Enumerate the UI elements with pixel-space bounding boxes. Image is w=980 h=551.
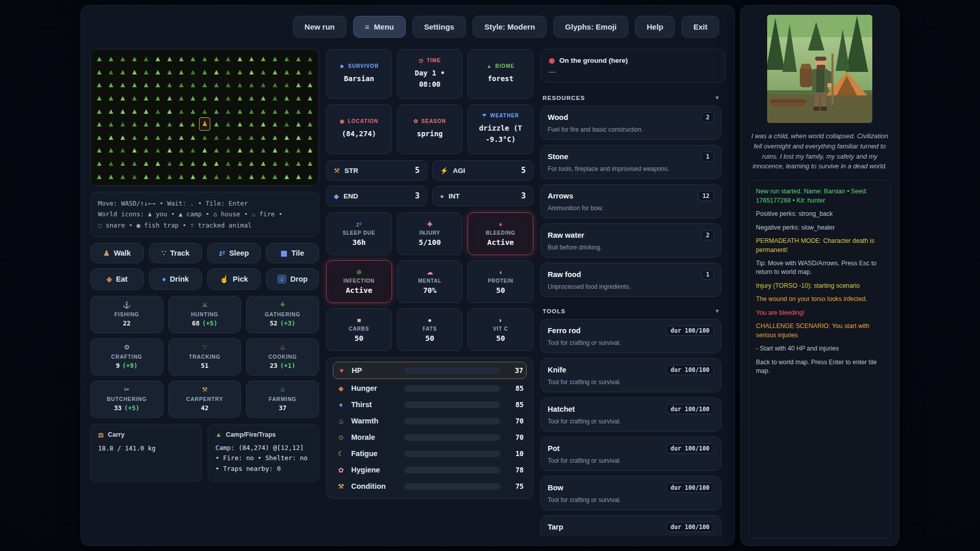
protein-card: ◖ PROTEIN 50 [468, 260, 533, 303]
event-log: New run started. Name: Barsian • Seed: 1… [749, 180, 891, 538]
hunting-icon: ⚔ [202, 302, 208, 309]
camp-title: Camp/Fire/Traps [226, 431, 276, 438]
resource-raw-food[interactable]: Raw food 1 Unprocessed food ingredients. [541, 263, 721, 297]
tool-pot[interactable]: Pot dur 100/100 Tool for crafting or sur… [541, 437, 721, 471]
pick-button[interactable]: ☝ Pick [207, 268, 261, 290]
tree-tile: ▲ [269, 143, 281, 157]
tree-tile: ▲ [234, 169, 246, 183]
track-button[interactable]: ∵ Track [149, 243, 203, 263]
help-button[interactable]: Help [635, 16, 675, 38]
skill-gain: (+5) [202, 319, 217, 327]
survivor-portrait [767, 15, 872, 123]
action-button-label: Track [170, 249, 189, 257]
inventory-scroll-area[interactable]: RESOURCES ▾ Wood 2 Fuel for fire and bas… [541, 89, 725, 536]
zzz-icon: zᶻ [356, 221, 362, 228]
bar-track [404, 418, 500, 424]
tree-tile: ▲ [304, 104, 316, 117]
info-card-label: WEATHER [490, 113, 519, 118]
injury-card: ✚ INJURY 5/100 [397, 212, 463, 255]
tree-tile: ▲ [129, 117, 140, 131]
tree-tile: ▲ [210, 131, 222, 144]
tree-tile: ▲ [257, 169, 269, 183]
tool-knife[interactable]: Knife dur 100/100 Tool for crafting or s… [541, 358, 721, 392]
tree-tile: ▲ [269, 104, 281, 117]
status-column: ☻ SURVIVOR Barsian ◷ TIME Day 1 • 08:00 [326, 49, 533, 536]
thirst-row: ♦ Thirst 85 [333, 396, 527, 413]
skill-name: GATHERING [265, 311, 301, 317]
tree-tile: ▲ [292, 131, 304, 144]
tree-tile: ▲ [117, 78, 129, 91]
tree-tile: ▲ [281, 91, 292, 105]
drop-button[interactable]: ↓ Drop [266, 268, 320, 290]
menu-button[interactable]: ≡ Menu [353, 16, 406, 38]
map-help-line: Move: WASD/↑↓←→ • Wait: . • Tile: Enter [98, 198, 311, 209]
tree-tile: ▲ [269, 91, 281, 105]
lemon-icon: ◗ [499, 317, 503, 323]
sleep-button[interactable]: zᶻ Sleep [207, 243, 261, 263]
resource-raw-water[interactable]: Raw water 2 Boil before drinking. [541, 223, 721, 258]
item-count-badge: 2 [701, 230, 714, 240]
bar-track [404, 385, 500, 392]
settings-button[interactable]: Settings [412, 16, 466, 38]
muscle-icon: ⚒ [334, 167, 340, 174]
tent-icon: ▲ [215, 431, 222, 438]
status-value: 50 [496, 334, 505, 342]
attribute-value: 3 [415, 191, 420, 201]
eat-button[interactable]: ◆ Eat [90, 268, 144, 290]
attribute-label: END [344, 192, 358, 200]
status-value: 36h [352, 238, 365, 246]
tool-ferro-rod[interactable]: Ferro rod dur 100/100 Tool for crafting … [541, 319, 721, 353]
tree-tile: ▲ [140, 117, 152, 131]
resource-wood[interactable]: Wood 2 Fuel for fire and basic construct… [541, 106, 721, 140]
tree-tile: ▲ [246, 91, 257, 105]
left-column: ▲▲▲▲▲▲▲▲▲▲▲▲▲▲▲▲▲▲▲▲▲▲▲▲▲▲▲▲▲▲▲▲▲▲▲▲▲▲▲▲… [90, 49, 319, 536]
status-value: 50 [425, 334, 434, 342]
tool-bow[interactable]: Bow dur 100/100 Tool for crafting or sur… [541, 476, 721, 510]
tile-map-view[interactable]: ▲▲▲▲▲▲▲▲▲▲▲▲▲▲▲▲▲▲▲▲▲▲▲▲▲▲▲▲▲▲▲▲▲▲▲▲▲▲▲▲… [90, 49, 319, 186]
tree-tile: ▲ [93, 143, 105, 157]
resources-section-header[interactable]: RESOURCES ▾ [541, 89, 721, 106]
tree-tile: ▲ [140, 65, 152, 79]
resource-stone[interactable]: Stone 1 For tools, fireplace and improvi… [541, 145, 721, 179]
int-card: ● INT 3 [432, 186, 533, 206]
flame-icon: ♨ [336, 417, 346, 425]
resource-arrows[interactable]: Arrows 12 Ammunition for bow. [541, 184, 721, 218]
butter-icon: ● [428, 317, 432, 323]
droplet-icon: ♦ [162, 276, 166, 283]
blossom-icon: ✿ [413, 118, 418, 124]
muscle-icon: ⚒ [336, 482, 346, 490]
tools-section-header[interactable]: TOOLS ▾ [541, 302, 721, 319]
tree-tile: ▲ [222, 169, 234, 183]
status-label: INFECTION [344, 278, 375, 284]
walk-button[interactable]: ♟ Walk [90, 243, 144, 263]
grid-icon: ▦ [281, 249, 287, 257]
log-line: PERMADEATH MODE: Character death is perm… [756, 237, 884, 255]
tree-tile: ▲ [281, 157, 292, 170]
tool-hatchet[interactable]: Hatchet dur 100/100 Tool for crafting or… [541, 397, 721, 432]
tree-tile: ▲ [129, 91, 140, 105]
drink-button[interactable]: ♦ Drink [149, 268, 203, 290]
tree-tile: ▲ [281, 78, 292, 91]
item-name: Tarp [548, 523, 563, 531]
tree-tile: ▲ [292, 78, 304, 91]
tree-tile: ▲ [164, 143, 176, 157]
glyphs-button[interactable]: Glyphs: Emoji [553, 16, 628, 38]
item-name: Wood [548, 113, 568, 121]
style-button[interactable]: Style: Modern [473, 16, 547, 38]
tree-tile: ▲ [269, 157, 281, 170]
tile-button[interactable]: ▦ Tile [266, 243, 320, 263]
info-cards: ☻ SURVIVOR Barsian ◷ TIME Day 1 • 08:00 [326, 49, 533, 154]
bar-value: 70 [505, 417, 524, 425]
condition-row: ⚒ Condition 75 [333, 478, 527, 494]
agi-card: ⚡ AGI 5 [432, 160, 533, 181]
hygiene-row: ✿ Hygiene 78 [333, 462, 527, 478]
tool-tarp[interactable]: Tarp dur 100/100 Tool for crafting or su… [541, 515, 721, 536]
new-run-button[interactable]: New run [293, 16, 347, 38]
blood-drop-icon: ♦ [499, 221, 502, 228]
tree-tile: ▲ [129, 104, 140, 117]
tree-tile: ▲ [129, 143, 140, 157]
item-description: Ammunition for bow. [548, 205, 714, 212]
tree-tile: ▲ [222, 65, 234, 79]
exit-button[interactable]: Exit [681, 16, 719, 38]
bar-track [404, 402, 500, 408]
